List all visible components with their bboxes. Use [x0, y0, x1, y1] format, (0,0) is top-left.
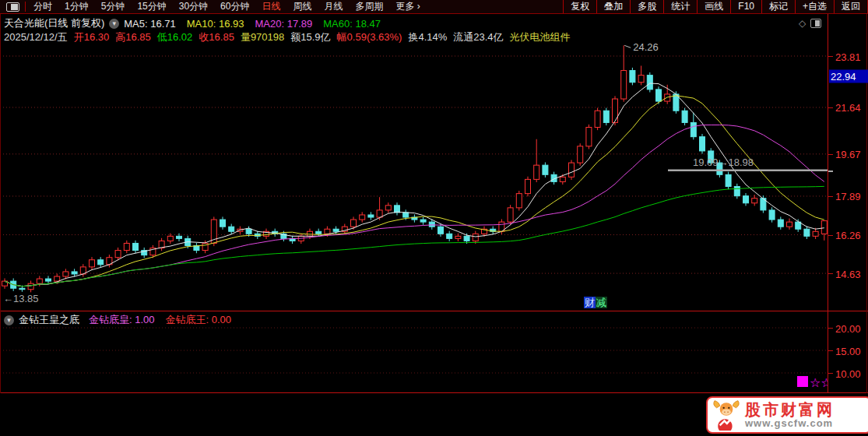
toolbar-button[interactable]: 标记 — [761, 0, 795, 13]
axis-tick-label: 14.63 — [835, 268, 861, 280]
left-border — [0, 14, 1, 393]
panel-corner-icons: ◇ — [799, 19, 821, 28]
period-tab[interactable]: 5分钟 — [101, 1, 125, 12]
axis-tick — [828, 56, 833, 57]
period-tab[interactable]: 周线 — [293, 1, 311, 12]
toolbar-button[interactable]: F10 — [730, 0, 761, 13]
toolbar-buttons: 复权叠加多股统计画线F10标记+自选返回 — [563, 0, 868, 13]
chevron-down-icon[interactable]: ▾ — [109, 19, 119, 29]
axis-tick — [828, 273, 833, 274]
period-tab[interactable]: 更多 › — [395, 1, 420, 12]
axis-tick-label: 21.64 — [835, 102, 861, 114]
indicator-name: 金钻王皇之底 — [19, 313, 79, 327]
price-axis: 23.8121.6419.6717.8916.2614.6320.0015.00… — [828, 14, 868, 393]
toolbar-button[interactable]: 复权 — [563, 0, 596, 13]
watermark-url: www.gscfw.com — [745, 418, 835, 429]
period-tab[interactable]: 月线 — [324, 1, 343, 12]
axis-tick-label: 16.26 — [835, 230, 861, 241]
diamond-icon[interactable]: ◇ — [799, 19, 806, 28]
indicator-series-label: 金钻底王: 0.00 — [166, 314, 232, 325]
price-tag: 22.94 — [829, 70, 868, 83]
axis-tick — [828, 196, 833, 197]
chevron-down-icon[interactable]: ▾ — [4, 315, 14, 325]
axis-tick — [828, 350, 833, 351]
period-tab[interactable]: 30分钟 — [179, 1, 208, 12]
axis-tick — [828, 154, 833, 155]
period-tab[interactable]: 15分钟 — [137, 1, 166, 12]
axis-tick-label: 15.00 — [835, 345, 861, 357]
top-menu-bar: 分时1分钟5分钟15分钟30分钟60分钟日线周线月线多周期更多 › 复权叠加多股… — [0, 0, 868, 13]
period-tab[interactable]: 日线 — [262, 1, 280, 12]
axis-tick — [828, 235, 833, 236]
candlestick-chart[interactable]: 19.09→18.9824.26←13.85 — [0, 14, 828, 311]
split-pane-icon[interactable] — [810, 19, 821, 28]
period-tab[interactable]: 60分钟 — [220, 1, 249, 12]
svg-text:24.26: 24.26 — [633, 41, 659, 53]
indicator-header: ▾ 金钻王皇之底 金钻底皇: 1.00金钻底王: 0.00 — [4, 313, 242, 327]
indicator-series-label: 金钻底皇: 1.00 — [89, 314, 155, 325]
menu-divider — [25, 2, 26, 12]
svg-text:19.09→18.98: 19.09→18.98 — [693, 156, 754, 168]
watermark-title: 股市财富网 — [745, 402, 835, 418]
toolbar-button[interactable]: 画线 — [697, 0, 730, 13]
toolbar-button[interactable]: 返回 — [834, 0, 868, 13]
axis-tick — [828, 328, 833, 329]
toolbar-button[interactable]: 叠加 — [596, 0, 630, 13]
toolbar-button[interactable]: 统计 — [663, 0, 697, 13]
stock-chart-window: 分时1分钟5分钟15分钟30分钟60分钟日线周线月线多周期更多 › 复权叠加多股… — [0, 0, 868, 436]
toolbar-button[interactable]: 多股 — [630, 0, 663, 13]
event-badge: 财减 — [584, 297, 607, 308]
period-tab[interactable]: 多周期 — [355, 1, 383, 12]
axis-tick-label: 19.67 — [835, 149, 861, 160]
axis-tick-label: 10.00 — [835, 367, 861, 379]
gray-line-tick — [828, 171, 833, 172]
star-marker: ☆☆ — [810, 376, 828, 389]
axis-tick-label: 20.00 — [835, 322, 861, 334]
period-tab[interactable]: 1分钟 — [65, 1, 89, 12]
site-watermark: 股市财富网 www.gscfw.com — [706, 396, 868, 434]
watermark-text: 股市财富网 www.gscfw.com — [745, 402, 835, 429]
layout-split-icon[interactable] — [6, 2, 19, 12]
axis-tick — [828, 373, 833, 374]
svg-text:←13.85: ←13.85 — [3, 293, 39, 304]
bull-logo-icon — [711, 399, 742, 431]
period-tabs: 分时1分钟5分钟15分钟30分钟60分钟日线周线月线多周期更多 › — [33, 0, 433, 13]
axis-tick-label: 23.81 — [835, 51, 861, 62]
bottom-border — [0, 392, 868, 393]
indicator-values: 金钻底皇: 1.00金钻底王: 0.00 — [89, 313, 242, 327]
axis-tick-label: 17.89 — [835, 191, 861, 202]
toolbar-button[interactable]: +自选 — [795, 0, 834, 13]
period-tab[interactable]: 分时 — [33, 1, 52, 12]
axis-tick — [828, 107, 833, 108]
